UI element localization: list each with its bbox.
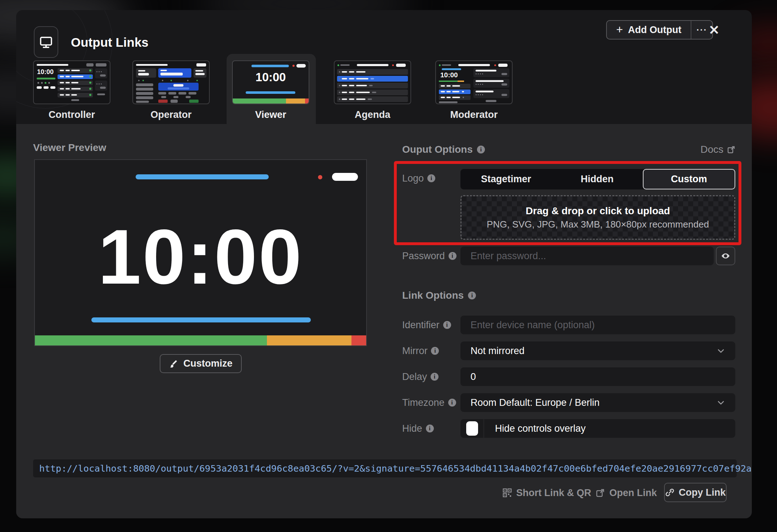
- tab-controller[interactable]: 10:00: [33, 60, 110, 120]
- info-icon[interactable]: i: [427, 174, 435, 182]
- customize-label: Customize: [183, 358, 233, 369]
- controller-thumb-timer: 10:00: [37, 68, 54, 76]
- hide-controls-checkbox-cell: [460, 419, 484, 438]
- delay-input[interactable]: [460, 367, 735, 386]
- plus-icon: +: [616, 24, 623, 35]
- logo-option-hidden[interactable]: Hidden: [551, 169, 642, 189]
- mirror-label: Mirror i: [402, 341, 439, 360]
- open-external-icon: [596, 488, 605, 497]
- output-links-modal: Output Links + Add Output ··· ✕ 10:00: [16, 10, 752, 518]
- output-options-heading: Ouput Options i: [402, 144, 485, 155]
- password-label: Password i: [402, 247, 456, 265]
- copy-link-button[interactable]: Copy Link: [664, 483, 727, 502]
- viewer-preview-heading: Viewer Preview: [33, 142, 106, 153]
- moderator-thumb-timer: 10:00: [440, 71, 458, 79]
- output-url-field[interactable]: http://localhost:8080/output/6953a2031f4…: [33, 459, 737, 477]
- chevron-down-icon: [717, 398, 725, 407]
- monitor-icon: [34, 26, 58, 58]
- short-link-qr-button[interactable]: Short Link & QR: [503, 483, 591, 502]
- close-button[interactable]: ✕: [705, 22, 723, 39]
- password-input[interactable]: [460, 247, 714, 265]
- monitor-icon-glyph: [39, 35, 53, 49]
- info-icon[interactable]: i: [431, 373, 439, 381]
- logo-option-custom[interactable]: Custom: [643, 169, 735, 189]
- tab-operator[interactable]: Operator: [132, 60, 210, 120]
- info-icon[interactable]: i: [443, 321, 451, 329]
- delay-label: Delay i: [402, 367, 439, 386]
- customize-button[interactable]: Customize: [160, 354, 242, 373]
- progress-red: [351, 335, 366, 345]
- eye-icon: [721, 251, 731, 261]
- logo-segmented-control: Stagetimer Hidden Custom: [460, 169, 735, 189]
- chevron-down-icon: [717, 347, 725, 355]
- identifier-input[interactable]: [460, 316, 735, 334]
- preview-record-dot: [318, 175, 322, 179]
- close-icon: ✕: [709, 23, 719, 38]
- qr-code-icon: [503, 488, 512, 497]
- tab-label-viewer: Viewer: [232, 109, 309, 120]
- logo-option-stagetimer[interactable]: Stagetimer: [460, 169, 551, 189]
- add-output-button[interactable]: + Add Output: [607, 21, 691, 39]
- docs-link[interactable]: Docs: [690, 144, 736, 155]
- progress-orange: [267, 335, 351, 345]
- hide-controls-row: Hide controls overlay: [460, 419, 735, 438]
- progress-green: [35, 335, 267, 345]
- show-password-button[interactable]: [716, 247, 735, 265]
- preview-bottom-bar: [91, 317, 311, 322]
- info-icon[interactable]: i: [426, 425, 434, 432]
- identifier-label: Identifier i: [402, 316, 451, 334]
- page-title: Output Links: [71, 35, 149, 50]
- link-icon: [665, 488, 674, 497]
- viewer-thumb-timer: 10:00: [233, 70, 309, 84]
- info-icon[interactable]: i: [449, 252, 456, 260]
- screen: Output Links + Add Output ··· ✕ 10:00: [0, 0, 777, 532]
- add-output-button-group: + Add Output ···: [606, 20, 713, 40]
- link-options-heading: Link Options i: [402, 290, 476, 301]
- output-url: http://localhost:8080/output/6953a2031f4…: [39, 463, 752, 474]
- viewer-preview-panel: 10:00: [34, 159, 367, 346]
- tab-label-agenda: Agenda: [334, 109, 411, 120]
- info-icon[interactable]: i: [431, 347, 439, 355]
- add-output-label: Add Output: [628, 24, 681, 36]
- controller-thumbnail: 10:00: [33, 60, 110, 104]
- info-icon[interactable]: i: [448, 399, 456, 407]
- hide-label: Hide i: [402, 419, 434, 438]
- preview-progress-strip: [35, 335, 366, 345]
- operator-thumbnail: [132, 60, 210, 104]
- preview-top-bar: [136, 174, 269, 179]
- timezone-select[interactable]: Room Default: Europe / Berlin: [460, 393, 735, 412]
- preview-pill: [332, 173, 358, 181]
- tab-label-moderator: Moderator: [435, 109, 513, 120]
- tab-agenda[interactable]: Agenda: [334, 60, 411, 120]
- logo-label: Logo i: [402, 169, 435, 188]
- brush-icon: [169, 359, 178, 368]
- info-icon[interactable]: i: [468, 292, 476, 299]
- tab-label-controller: Controller: [33, 109, 110, 120]
- open-link-button[interactable]: Open Link: [596, 483, 657, 502]
- hide-controls-checkbox[interactable]: [466, 421, 478, 436]
- moderator-thumbnail: 10:00: [435, 60, 513, 104]
- preview-timer: 10:00: [35, 214, 366, 300]
- info-icon[interactable]: i: [477, 146, 485, 153]
- agenda-thumbnail: [334, 60, 411, 104]
- external-link-icon: [727, 145, 736, 154]
- hide-controls-label: Hide controls overlay: [495, 423, 586, 434]
- viewer-thumbnail: 10:00: [232, 60, 309, 104]
- logo-upload-dropzone[interactable]: Drag & drop or click to upload PNG, SVG,…: [460, 195, 735, 240]
- mirror-select[interactable]: Not mirrored: [460, 341, 735, 360]
- upload-title: Drag & drop or click to upload: [526, 205, 670, 217]
- tab-moderator[interactable]: 10:00: [435, 60, 513, 120]
- timezone-label: Timezone i: [402, 393, 456, 412]
- upload-subtitle: PNG, SVG, JPG, Max 3MB, 180×80px recomme…: [487, 219, 709, 230]
- tab-viewer[interactable]: 10:00 Viewer: [232, 60, 309, 120]
- tab-label-operator: Operator: [132, 109, 210, 120]
